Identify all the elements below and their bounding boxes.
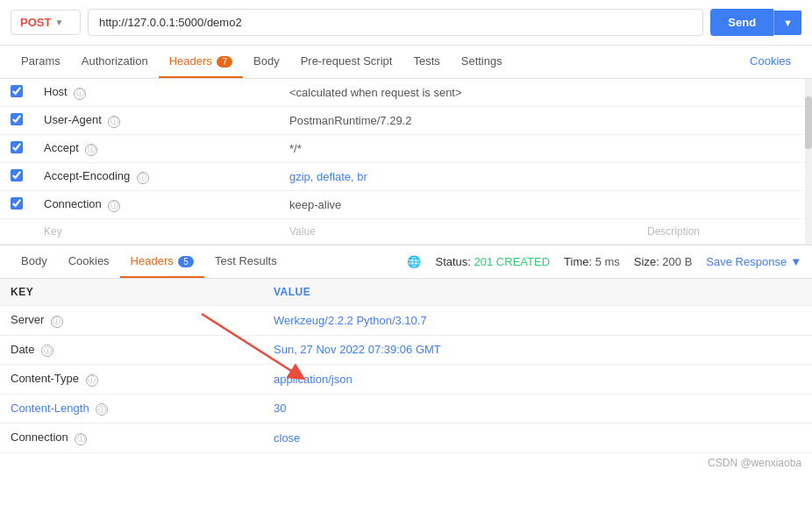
resp-header-row: Content-Type ⓘ application/json: [0, 365, 812, 395]
time-value: 5 ms: [595, 255, 620, 268]
app-container: POST ▼ Send ▼ Params Authorization Heade…: [0, 0, 812, 505]
resp-value-content-type: application/json: [263, 365, 812, 395]
request-tabs: Params Authorization Headers 7 Body Pre-…: [0, 46, 812, 79]
resp-value-connection: close: [263, 423, 812, 453]
response-area: Body Cookies Headers 5 Test Results 🌐 St…: [0, 245, 812, 453]
globe-icon: 🌐: [407, 255, 421, 268]
status-value: 201 CREATED: [474, 255, 550, 268]
resp-header-row: Server ⓘ Werkzeug/2.2.2 Python/3.10.7: [0, 306, 812, 336]
server-info-icon[interactable]: ⓘ: [51, 316, 63, 328]
method-chevron-icon: ▼: [54, 18, 63, 27]
resp-tab-headers[interactable]: Headers 5: [120, 245, 204, 278]
resp-conn-info-icon[interactable]: ⓘ: [75, 433, 87, 445]
req-header-key-conn: Connection ⓘ: [33, 191, 279, 219]
watermark: CSDN @wenxiaoba: [0, 453, 812, 473]
req-header-key-ua: User-Agent ⓘ: [33, 107, 279, 135]
content-length-info-icon[interactable]: ⓘ: [96, 403, 108, 416]
response-tabs: Body Cookies Headers 5 Test Results 🌐 St…: [0, 245, 812, 279]
response-headers-table: KEY VALUE Server ⓘ Werkzeug/2.2.2 Python…: [0, 279, 812, 453]
status-label: Status: 201 CREATED: [435, 255, 550, 268]
req-header-row: Connection ⓘ keep-alive: [0, 191, 812, 219]
req-header-key-encoding: Accept-Encoding ⓘ: [33, 163, 279, 191]
resp-header-row: Content-Length ⓘ 30: [0, 394, 812, 423]
send-chevron-button[interactable]: ▼: [773, 11, 801, 35]
request-headers-table: Host ⓘ <calculated when request is sent>…: [0, 79, 812, 245]
req-header-checkbox-encoding[interactable]: [11, 169, 23, 181]
req-header-row: Accept-Encoding ⓘ gzip, deflate, br: [0, 163, 812, 191]
resp-value-date: Sun, 27 Nov 2022 07:39:06 GMT: [263, 335, 812, 365]
resp-content: KEY VALUE Server ⓘ Werkzeug/2.2.2 Python…: [0, 279, 812, 453]
resp-key-content-type: Content-Type ⓘ: [0, 365, 263, 395]
headers-badge: 7: [217, 56, 232, 68]
req-header-desc-ua: [637, 107, 812, 135]
req-header-new-row: Key Value Description: [0, 219, 812, 245]
resp-headers-badge: 5: [178, 256, 194, 267]
tab-authorization[interactable]: Authorization: [71, 46, 159, 78]
resp-key-date: Date ⓘ: [0, 335, 263, 365]
tab-tests[interactable]: Tests: [402, 46, 450, 78]
req-header-checkbox-accept[interactable]: [11, 141, 23, 153]
req-header-desc-conn: [637, 191, 812, 219]
resp-key-connection: Connection ⓘ: [0, 423, 263, 453]
tab-cookies-link[interactable]: Cookies: [739, 46, 801, 78]
resp-status-bar: 🌐 Status: 201 CREATED Time: 5 ms Size: 2…: [407, 255, 801, 268]
tab-prerequest[interactable]: Pre-request Script: [290, 46, 403, 78]
ua-info-icon[interactable]: ⓘ: [108, 116, 120, 128]
resp-key-content-length: Content-Length ⓘ: [0, 394, 263, 423]
scrollbar-track[interactable]: [805, 79, 812, 245]
resp-value-content-length: 30: [263, 394, 812, 423]
resp-col-key: KEY: [0, 279, 263, 306]
req-header-key-accept: Accept ⓘ: [33, 135, 279, 163]
req-header-desc-host: [637, 79, 812, 107]
time-label: Time: 5 ms: [564, 255, 620, 268]
scrollbar-thumb[interactable]: [805, 96, 812, 149]
conn-info-icon[interactable]: ⓘ: [108, 200, 120, 212]
content-type-info-icon[interactable]: ⓘ: [86, 374, 98, 387]
req-header-checkbox-conn[interactable]: [11, 197, 23, 210]
tab-settings[interactable]: Settings: [451, 46, 513, 78]
resp-header-row: Connection ⓘ close: [0, 423, 812, 453]
req-header-desc-accept: [637, 135, 812, 163]
req-header-row: User-Agent ⓘ PostmanRuntime/7.29.2: [0, 107, 812, 135]
req-header-row: Accept ⓘ */*: [0, 135, 812, 163]
send-button[interactable]: Send: [710, 9, 773, 36]
req-header-checkbox-host[interactable]: [11, 85, 23, 97]
resp-key-server: Server ⓘ: [0, 306, 263, 336]
resp-tab-test-results[interactable]: Test Results: [204, 245, 288, 278]
tab-params[interactable]: Params: [11, 46, 71, 78]
host-info-icon[interactable]: ⓘ: [74, 88, 86, 100]
tab-headers[interactable]: Headers 7: [159, 46, 243, 78]
encoding-info-icon[interactable]: ⓘ: [137, 172, 149, 184]
req-header-key-placeholder[interactable]: Key: [33, 219, 279, 245]
accept-info-icon[interactable]: ⓘ: [85, 144, 97, 156]
req-header-value-ua: PostmanRuntime/7.29.2: [279, 107, 637, 135]
resp-tab-body[interactable]: Body: [11, 245, 58, 278]
tab-body[interactable]: Body: [243, 46, 290, 78]
req-header-checkbox-ua[interactable]: [11, 113, 23, 125]
url-input[interactable]: [88, 9, 703, 36]
date-info-icon[interactable]: ⓘ: [41, 345, 53, 357]
req-header-value-host: <calculated when request is sent>: [279, 79, 637, 107]
save-response-label: Save Response: [706, 255, 787, 268]
resp-col-value: VALUE: [263, 279, 812, 306]
req-header-desc-placeholder[interactable]: Description: [637, 219, 812, 245]
size-label: Size: 200 B: [634, 255, 693, 268]
req-header-value-accept: */*: [279, 135, 637, 163]
resp-tab-cookies[interactable]: Cookies: [58, 245, 120, 278]
req-header-value-placeholder[interactable]: Value: [279, 219, 637, 245]
cookies-link-wrap: Cookies: [739, 46, 801, 78]
req-header-key-host: Host ⓘ: [33, 79, 279, 107]
request-headers-table-wrap: Host ⓘ <calculated when request is sent>…: [0, 79, 812, 245]
save-response-chevron-icon: ▼: [790, 255, 801, 268]
top-bar: POST ▼ Send ▼: [0, 0, 812, 46]
resp-table-header-row: KEY VALUE: [0, 279, 812, 306]
method-label: POST: [20, 16, 51, 29]
req-header-value-encoding: gzip, deflate, br: [279, 163, 637, 191]
resp-header-row: Date ⓘ Sun, 27 Nov 2022 07:39:06 GMT: [0, 335, 812, 365]
req-header-value-conn: keep-alive: [279, 191, 637, 219]
send-btn-group: Send ▼: [710, 9, 801, 36]
method-select[interactable]: POST ▼: [11, 10, 81, 35]
size-value: 200 B: [662, 255, 692, 268]
save-response-button[interactable]: Save Response ▼: [706, 255, 801, 268]
resp-value-server: Werkzeug/2.2.2 Python/3.10.7: [263, 306, 812, 336]
